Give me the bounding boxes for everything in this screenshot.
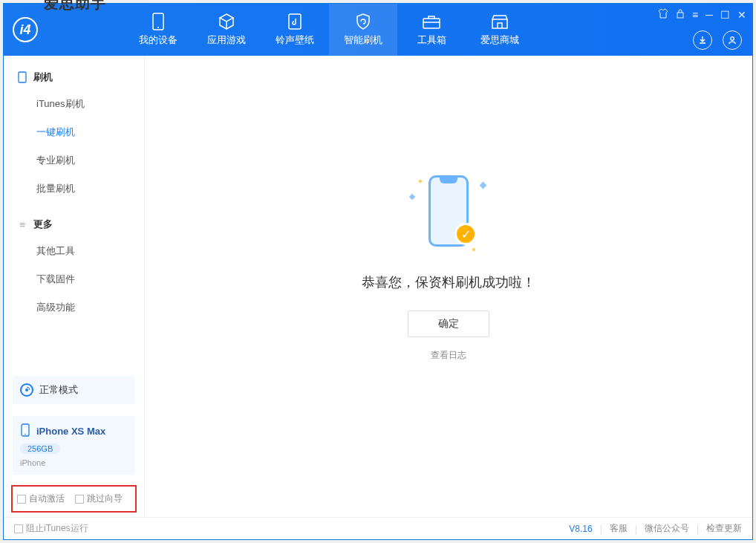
sidebar-item-download-firmware[interactable]: 下载固件	[4, 265, 144, 293]
close-button[interactable]: ✕	[737, 9, 746, 21]
svg-rect-2	[289, 14, 301, 29]
sidebar-item-advanced[interactable]: 高级功能	[4, 293, 144, 322]
status-label: 正常模式	[39, 383, 78, 397]
sidebar-item-itunes-flash[interactable]: iTunes刷机	[4, 90, 144, 118]
tshirt-icon[interactable]	[658, 8, 668, 21]
footer-link-wechat[interactable]: 微信公众号	[645, 522, 689, 535]
footer-link-service[interactable]: 客服	[610, 522, 628, 535]
checkbox-label: 阻止iTunes运行	[26, 522, 88, 535]
checkbox-block-itunes[interactable]: 阻止iTunes运行	[14, 522, 88, 535]
svg-rect-6	[19, 72, 26, 82]
device-card[interactable]: iPhone XS Max 256GB iPhone	[13, 416, 135, 475]
sidebar-item-other-tools[interactable]: 其他工具	[4, 237, 144, 265]
sidebar-section-flash: 刷机 iTunes刷机 一键刷机 专业刷机 批量刷机	[4, 56, 144, 203]
device-storage-badge: 256GB	[20, 443, 60, 454]
cube-icon	[216, 13, 237, 30]
svg-point-1	[157, 27, 159, 28]
status-card: 正常模式	[13, 376, 135, 404]
checkbox-icon	[17, 495, 26, 504]
sidebar-head-flash: 刷机	[4, 65, 144, 90]
svg-point-9	[25, 434, 26, 435]
svg-rect-4	[677, 13, 683, 18]
section-title: 更多	[33, 218, 53, 231]
tab-label: 我的设备	[139, 33, 177, 47]
tab-store[interactable]: 爱思商城	[466, 4, 534, 56]
tab-toolbox[interactable]: 工具箱	[397, 4, 466, 56]
logo-icon: i4	[13, 17, 38, 42]
store-icon	[489, 13, 510, 30]
phone-icon	[17, 72, 27, 82]
device-phone-icon	[20, 423, 30, 439]
device-name: iPhone XS Max	[36, 426, 105, 437]
sidebar-item-batch-flash[interactable]: 批量刷机	[4, 175, 144, 203]
status-icon	[20, 383, 33, 397]
tab-flash[interactable]: 智能刷机	[329, 4, 397, 56]
section-title: 刷机	[33, 71, 53, 84]
sidebar: 刷机 iTunes刷机 一键刷机 专业刷机 批量刷机 ≡ 更多 其他工具 下载固…	[4, 56, 145, 517]
logo-area: i4 爱思助手 www.i4.cn	[13, 0, 106, 65]
checkbox-label: 自动激活	[29, 492, 65, 505]
user-icon[interactable]	[723, 30, 742, 50]
checkbox-icon	[14, 524, 23, 533]
titlebar-buttons: ≡ ─ ☐ ✕	[658, 8, 746, 21]
tab-label: 铃声壁纸	[276, 33, 314, 47]
sidebar-item-oneclick-flash[interactable]: 一键刷机	[4, 118, 144, 146]
music-file-icon	[284, 13, 305, 30]
menu-icon[interactable]: ≡	[692, 9, 698, 21]
header-bar: i4 爱思助手 www.i4.cn 我的设备 应用游戏	[4, 4, 752, 56]
download-icon[interactable]	[693, 30, 712, 50]
version-label: V8.16	[569, 524, 592, 534]
lock-icon[interactable]	[676, 8, 685, 21]
view-log-link[interactable]: 查看日志	[431, 349, 466, 362]
success-illustration: ✓	[404, 166, 493, 256]
shield-refresh-icon	[353, 13, 374, 30]
sidebar-head-more: ≡ 更多	[4, 212, 144, 237]
success-message: 恭喜您，保资料刷机成功啦！	[362, 273, 535, 291]
device-icon	[148, 13, 169, 30]
sidebar-section-more: ≡ 更多 其他工具 下载固件 高级功能	[4, 203, 144, 322]
tab-my-device[interactable]: 我的设备	[124, 4, 192, 56]
app-window: i4 爱思助手 www.i4.cn 我的设备 应用游戏	[3, 3, 753, 540]
checkbox-icon	[75, 495, 84, 504]
app-subtitle: www.i4.cn	[44, 56, 106, 65]
header-right-icons	[693, 30, 742, 50]
check-badge-icon: ✓	[454, 223, 477, 245]
footer-right: V8.16 | 客服 | 微信公众号 | 检查更新	[569, 522, 742, 535]
svg-point-5	[731, 37, 734, 41]
tab-label: 智能刷机	[344, 33, 382, 47]
minimize-button[interactable]: ─	[706, 9, 713, 21]
toolbox-icon	[421, 13, 442, 30]
list-icon: ≡	[17, 219, 27, 230]
checkbox-skip-guide[interactable]: 跳过向导	[75, 492, 123, 505]
checkbox-label: 跳过向导	[87, 492, 123, 505]
body: 刷机 iTunes刷机 一键刷机 专业刷机 批量刷机 ≡ 更多 其他工具 下载固…	[4, 56, 752, 517]
main-content: ✓ 恭喜您，保资料刷机成功啦！ 确定 查看日志	[145, 56, 752, 517]
footer-left: 阻止iTunes运行	[14, 522, 88, 535]
footer-bar: 阻止iTunes运行 V8.16 | 客服 | 微信公众号 | 检查更新	[4, 517, 752, 539]
sidebar-item-pro-flash[interactable]: 专业刷机	[4, 146, 144, 175]
logo-text: 爱思助手 www.i4.cn	[44, 0, 106, 65]
highlighted-checkbox-row: 自动激活 跳过向导	[11, 485, 137, 513]
svg-point-7	[25, 388, 28, 391]
svg-rect-3	[423, 19, 440, 28]
main-tabs: 我的设备 应用游戏 铃声壁纸 智能刷机	[124, 4, 534, 56]
ok-button[interactable]: 确定	[408, 310, 489, 337]
tab-apps[interactable]: 应用游戏	[192, 4, 261, 56]
tab-label: 工具箱	[417, 33, 446, 47]
app-title: 爱思助手	[44, 0, 106, 56]
maximize-button[interactable]: ☐	[720, 9, 730, 21]
checkbox-auto-activate[interactable]: 自动激活	[17, 492, 65, 505]
device-type: iPhone	[20, 458, 128, 467]
tab-label: 爱思商城	[480, 33, 519, 47]
tab-ringtones[interactable]: 铃声壁纸	[261, 4, 329, 56]
tab-label: 应用游戏	[207, 33, 246, 47]
footer-link-update[interactable]: 检查更新	[706, 522, 742, 535]
